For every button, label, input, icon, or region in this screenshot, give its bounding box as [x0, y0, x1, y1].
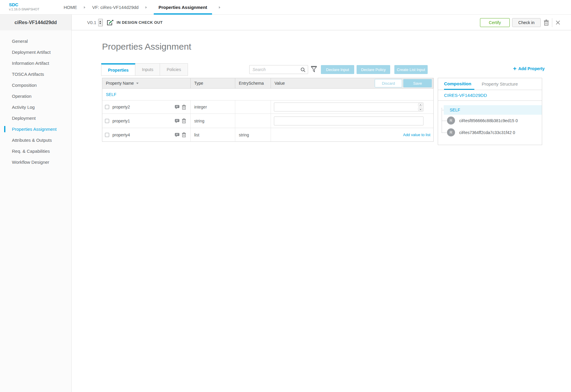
sidebar-item-properties-assignment[interactable]: Properties Assignment	[0, 124, 71, 135]
discard-button[interactable]: Discard	[375, 79, 402, 87]
breadcrumb-active-label: Properties Assignment	[159, 5, 207, 10]
column-header-property-name[interactable]: Property Name	[102, 78, 191, 88]
row-icons	[175, 118, 190, 123]
edit-checkout-icon	[106, 19, 114, 26]
composition-panel-tabs: Composition Property Structure	[438, 78, 542, 90]
brand-version: v.1.16.0-SNAPSHOT	[9, 7, 40, 11]
add-value-to-list-link[interactable]: Add value to list	[403, 133, 430, 137]
resource-label: ciResf856666c88b381c9ed15 0	[459, 118, 518, 123]
delete-row-icon[interactable]	[182, 132, 186, 137]
sidebar-item-composition[interactable]: Composition	[0, 80, 71, 91]
tab-property-structure[interactable]: Property Structure	[482, 78, 518, 90]
resource-avatar: R	[447, 117, 455, 125]
main-tabs: Properties Inputs Policies	[101, 63, 188, 76]
number-spinner	[418, 103, 423, 111]
breadcrumb-vf[interactable]: VF: ciRes-VF144d29dd	[92, 0, 139, 15]
tab-inputs[interactable]: Inputs	[135, 63, 160, 76]
spinner-up-icon[interactable]	[418, 103, 423, 107]
sidebar-item-information-artifact[interactable]: Information Artifact	[0, 58, 71, 69]
value-text-input[interactable]	[274, 117, 423, 125]
sidebar-item-workflow-designer[interactable]: Workflow Designer	[0, 157, 71, 168]
breadcrumb-separator-icon	[84, 6, 85, 9]
active-indicator	[4, 126, 5, 132]
version-dropdown-icon[interactable]	[98, 19, 103, 26]
create-list-input-button[interactable]: Create List Input	[394, 65, 428, 74]
property-name[interactable]: property2	[112, 105, 130, 109]
column-header-type: Type	[191, 78, 235, 88]
property-name-cell: property2	[102, 100, 191, 114]
table-row: property4	[102, 128, 433, 141]
close-button[interactable]	[552, 18, 564, 27]
row-checkbox[interactable]	[105, 119, 109, 123]
sidebar-item-operation[interactable]: Operation	[0, 91, 71, 102]
sidebar-item-tosca-artifacts[interactable]: TOSCA Artifacts	[0, 69, 71, 80]
save-button[interactable]: Save	[403, 79, 432, 87]
sidebar-item-deployment[interactable]: Deployment	[0, 113, 71, 124]
comment-icon[interactable]	[175, 133, 180, 137]
breadcrumb-home[interactable]: HOME	[64, 0, 77, 15]
top-bar: SDC v.1.16.0-SNAPSHOT HOME VF: ciRes-VF1…	[0, 0, 571, 15]
sidebar-item-activity-log[interactable]: Activity Log	[0, 102, 71, 113]
add-property-button[interactable]: + Add Property	[513, 66, 545, 72]
delete-row-icon[interactable]	[182, 105, 186, 110]
resource-label: ciRes7364ff2cda7c33c31f42 0	[459, 130, 515, 135]
close-icon	[556, 20, 560, 25]
toolbar-actions: Certify Check in	[480, 15, 564, 30]
filter-icon[interactable]	[311, 66, 317, 73]
composition-panel: Composition Property Structure CIRES-VF1…	[438, 78, 542, 145]
tree-connector	[442, 108, 442, 133]
value-cell	[271, 100, 433, 114]
row-icons	[175, 105, 190, 110]
declare-input-button[interactable]: Declare Input	[321, 65, 354, 74]
sidebar-item-attributes-outputs[interactable]: Attributes & Outputs	[0, 135, 71, 146]
table-header: Property Name Type EntrySchema Value Dis…	[102, 78, 433, 89]
row-checkbox[interactable]	[105, 105, 109, 109]
table-actions: Discard Save	[375, 79, 432, 87]
column-header-label: Property Name	[106, 81, 134, 86]
type-cell: integer	[191, 100, 235, 114]
tree-item-self[interactable]: SELF	[444, 105, 542, 115]
sdc-logo: SDC v.1.16.0-SNAPSHOT	[9, 2, 40, 11]
tree-item-resource[interactable]: R ciRes7364ff2cda7c33c31f42 0	[447, 128, 515, 136]
search-icon[interactable]	[300, 67, 306, 73]
tree-connector	[442, 133, 446, 133]
checkin-button[interactable]: Check in	[512, 18, 541, 27]
sidebar-item-general[interactable]: General	[0, 36, 71, 47]
row-icons	[175, 132, 190, 137]
certify-button[interactable]: Certify	[480, 18, 510, 27]
property-name-cell: property1	[102, 114, 191, 128]
sidebar-item-req-capabilities[interactable]: Req. & Capabilities	[0, 146, 71, 157]
tree-item-resource[interactable]: R ciResf856666c88b381c9ed15 0	[447, 117, 518, 125]
spinner-down-icon[interactable]	[418, 107, 423, 111]
resource-avatar: R	[447, 128, 455, 136]
delete-version-button[interactable]	[541, 18, 552, 27]
type-cell: list	[191, 128, 235, 141]
entryschema-cell	[235, 100, 271, 114]
declare-policy-button[interactable]: Declare Policy	[357, 65, 390, 74]
value-number-input[interactable]	[274, 103, 423, 111]
search-box	[249, 65, 308, 74]
search-input[interactable]	[252, 65, 299, 74]
delete-row-icon[interactable]	[182, 118, 186, 123]
sidebar-item-label: Properties Assignment	[12, 127, 57, 132]
tab-composition[interactable]: Composition	[444, 78, 474, 90]
sidebar-item-deployment-artifact[interactable]: Deployment Artifact	[0, 47, 71, 58]
column-header-entryschema: EntrySchema	[235, 78, 271, 88]
sort-icon	[136, 83, 139, 84]
comment-icon[interactable]	[175, 105, 180, 109]
property-name[interactable]: property1	[112, 119, 130, 123]
tab-properties[interactable]: Properties	[101, 63, 135, 76]
breadcrumb-properties-assignment[interactable]: Properties Assignment	[154, 0, 212, 15]
row-checkbox[interactable]	[105, 133, 109, 137]
value-input-wrap	[274, 117, 423, 125]
table-row: property2	[102, 100, 433, 114]
property-name[interactable]: property4	[112, 133, 130, 137]
component-name-link[interactable]: CIRES-VF144D29DD	[438, 90, 542, 101]
comment-icon[interactable]	[175, 119, 180, 123]
sdc-app: SDC v.1.16.0-SNAPSHOT HOME VF: ciRes-VF1…	[0, 0, 571, 392]
tab-policies[interactable]: Policies	[160, 63, 188, 76]
group-row-self[interactable]: SELF	[102, 89, 433, 100]
breadcrumb: HOME VF: ciRes-VF144d29dd Properties Ass…	[64, 0, 227, 15]
properties-table: Property Name Type EntrySchema Value Dis…	[102, 78, 434, 142]
tree-connector	[442, 110, 444, 110]
